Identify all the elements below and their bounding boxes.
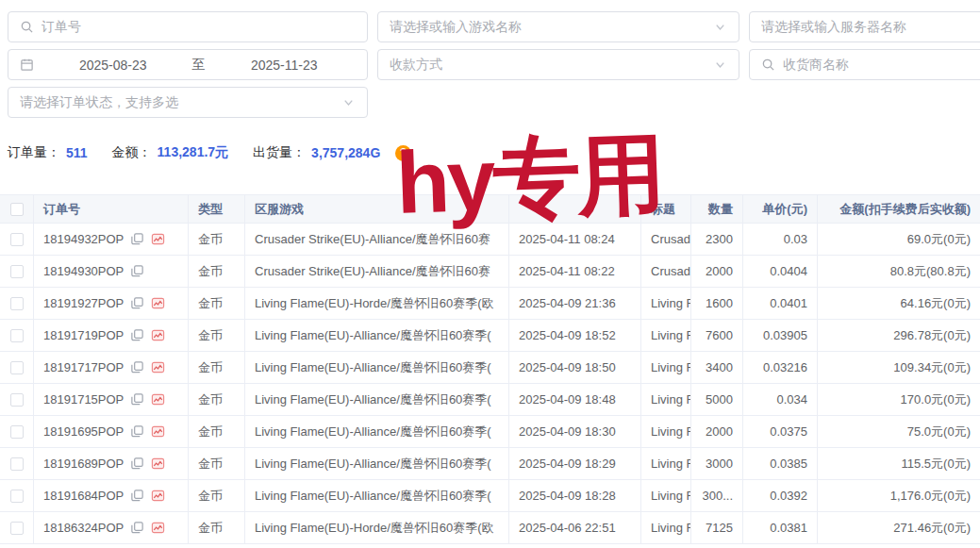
row-select-cell [0,256,34,287]
copy-icon[interactable] [130,521,144,535]
image-icon[interactable] [151,489,165,503]
date-end[interactable]: 2025-11-23 [213,58,357,73]
order-no-placeholder: 订单号 [42,19,356,36]
row-checkbox[interactable] [10,393,24,407]
quantity-cell: 300... [691,480,743,511]
image-icon[interactable] [151,521,165,535]
chevron-down-icon [713,58,727,72]
copy-icon[interactable] [130,264,144,278]
time-cell: 2025-04-09 18:29 [509,448,641,479]
table-row: 18191715POP金币Living Flame(EU)-Alliance/魔… [0,384,980,416]
order-no-cell: 18191689POP [34,448,189,479]
table-row: 18194932POP金币Crusader Strike(EU)-Allianc… [0,224,980,256]
order-count-value: 511 [66,145,88,160]
table-row: 18191927POP金币Living Flame(EU)-Horde/魔兽怀旧… [0,288,980,320]
help-icon[interactable]: ? [395,145,411,161]
game-cell: Living Flame(EU)-Alliance/魔兽怀旧60赛季( [245,480,509,511]
table-row: 18191719POP金币Living Flame(EU)-Alliance/魔… [0,320,980,352]
copy-icon[interactable] [130,232,144,246]
order-no-cell: 18191927POP [34,288,189,319]
row-select-cell [0,480,34,511]
image-icon[interactable] [151,424,165,439]
image-icon[interactable] [151,296,165,310]
chevron-down-icon [713,20,727,34]
copy-icon[interactable] [130,489,144,503]
server-placeholder: 请选择或输入服务器名称 [761,19,980,36]
order-number: 18194932POP [43,232,124,246]
amount-cell: 75.0元(0元) [818,416,980,447]
unit-price-cell: 0.0401 [743,288,818,319]
copy-icon[interactable] [130,457,144,471]
row-checkbox[interactable] [10,490,24,503]
order-no-input[interactable]: 订单号 [8,11,368,42]
quantity-cell: 2000 [691,256,743,287]
row-checkbox[interactable] [10,361,24,374]
time-cell: 2025-04-11 08:22 [509,256,641,287]
shipment-label: 出货量： [253,144,306,161]
payment-method-select[interactable]: 收款方式 [377,49,739,80]
row-checkbox[interactable] [10,265,24,278]
merchant-input[interactable]: 收货商名称 [749,49,980,80]
quantity-cell: 7125 [691,512,743,543]
title-cell: Living Fl [641,480,691,511]
order-number: 18186324POP [43,521,124,535]
unit-price-cell: 0.0381 [743,512,818,543]
merchant-placeholder: 收货商名称 [783,57,980,74]
image-icon[interactable] [151,232,165,246]
quantity-cell: 5000 [691,384,743,415]
type-cell: 金币 [189,512,245,543]
copy-icon[interactable] [130,328,144,342]
order-no-cell: 18191695POP [34,416,189,447]
table-row: 18191689POP金币Living Flame(EU)-Alliance/魔… [0,448,980,480]
row-checkbox[interactable] [10,233,24,246]
time-cell: 2025-04-09 18:28 [509,480,641,511]
type-cell: 金币 [189,384,245,415]
image-icon[interactable] [151,360,165,374]
order-number: 18194930POP [43,264,124,278]
image-icon[interactable] [151,392,165,407]
type-cell: 金币 [189,224,245,255]
amount-cell: 109.34元(0元) [818,352,980,383]
table-row: 18191684POP金币Living Flame(EU)-Alliance/魔… [0,480,980,512]
header-quantity: 数量 [691,195,743,223]
unit-price-cell: 0.0404 [743,256,818,287]
game-cell: Living Flame(EU)-Alliance/魔兽怀旧60赛季( [245,320,509,351]
amount-cell: 1,176.0元(0元) [818,480,980,511]
title-cell: Living Fl [641,384,691,415]
game-select[interactable]: 请选择或输入游戏名称 [377,11,739,42]
copy-icon[interactable] [130,360,144,374]
game-cell: Living Flame(EU)-Alliance/魔兽怀旧60赛季( [245,416,509,447]
order-no-cell: 18191684POP [34,480,189,511]
unit-price-cell: 0.03 [743,224,818,255]
order-number: 18191689POP [43,457,124,471]
date-start[interactable]: 2025-08-23 [42,58,185,73]
order-status-select[interactable]: 请选择订单状态，支持多选 [8,87,368,118]
image-icon[interactable] [151,457,165,471]
select-all-checkbox[interactable] [10,203,24,216]
image-icon[interactable] [151,328,165,342]
row-checkbox[interactable] [10,425,24,439]
row-select-cell [0,416,34,447]
type-cell: 金币 [189,256,245,287]
server-input[interactable]: 请选择或输入服务器名称 [749,11,980,42]
copy-icon[interactable] [130,392,144,407]
title-cell: Crusade [641,256,691,287]
copy-icon[interactable] [130,296,144,310]
order-number: 18191715POP [43,392,124,407]
row-checkbox[interactable] [10,522,24,535]
unit-price-cell: 0.03216 [743,352,818,383]
unit-price-cell: 0.0375 [743,416,818,447]
type-cell: 金币 [189,448,245,479]
table-row: 18191695POP金币Living Flame(EU)-Alliance/魔… [0,416,980,448]
time-cell: 2025-04-09 18:52 [509,320,641,351]
header-order-no: 订单号 [34,195,189,223]
order-number: 18191719POP [43,328,124,342]
title-cell: Living Fl [641,320,691,351]
date-range-picker[interactable]: 2025-08-23 至 2025-11-23 [8,49,368,80]
quantity-cell: 1600 [691,288,743,319]
copy-icon[interactable] [130,424,144,439]
time-cell: 2025-04-09 21:36 [509,288,641,319]
row-checkbox[interactable] [10,297,24,310]
row-checkbox[interactable] [10,329,24,342]
row-checkbox[interactable] [10,457,24,471]
